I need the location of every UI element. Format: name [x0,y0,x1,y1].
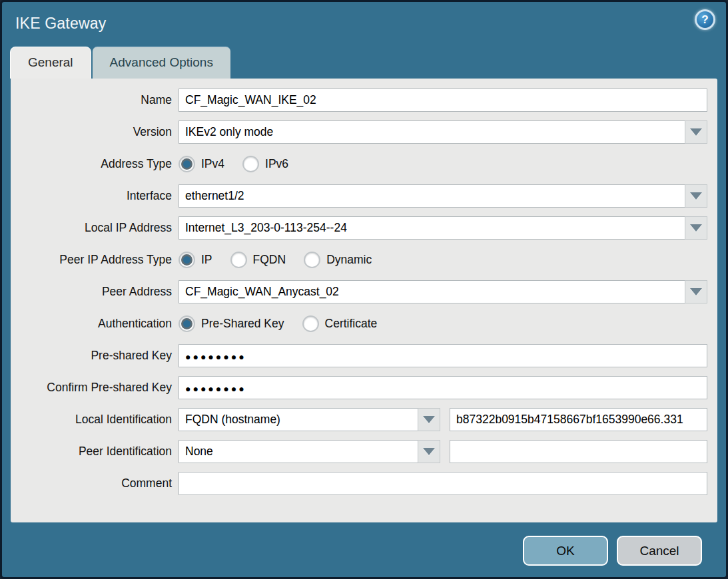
ipv4-radio-label: IPv4 [201,157,224,171]
peer-identification-label: Peer Identification [11,445,179,459]
peer-ip-type-fqdn-option[interactable]: FQDN [230,252,286,268]
name-label: Name [11,93,179,107]
peer-address-value[interactable]: CF_Magic_WAN_Anycast_02 [179,280,685,303]
name-input[interactable]: CF_Magic_WAN_IKE_02 [179,89,707,112]
row-interface: Interface ethernet1/2 [11,184,717,208]
local-ip-address-value[interactable]: Internet_L3_203-0-113-254--24 [179,216,685,240]
chevron-down-icon [423,448,435,455]
row-confirm-pre-shared-key: Confirm Pre-shared Key ●●●●●●●● [11,376,717,399]
peer-ip-type-dynamic-option[interactable]: Dynamic [304,252,372,268]
authentication-label: Authentication [11,317,179,331]
peer-address-dropdown-button[interactable] [685,280,707,303]
chevron-down-icon [690,288,702,295]
row-address-type: Address Type IPv4 IPv6 [11,152,717,176]
auth-certificate-option[interactable]: Certificate [302,315,378,332]
local-identification-type-value[interactable]: FQDN (hostname) [179,408,418,431]
local-ip-address-label: Local IP Address [11,221,179,235]
dialog-footer: OK Cancel [2,522,726,579]
address-type-ipv6-option[interactable]: IPv6 [242,156,288,172]
version-dropdown[interactable]: IKEv2 only mode [179,120,707,144]
confirm-pre-shared-key-input[interactable]: ●●●●●●●● [179,376,707,399]
row-local-identification: Local Identification FQDN (hostname) b87… [11,408,717,431]
chevron-down-icon [690,128,702,136]
chevron-down-icon [423,416,435,423]
interface-dropdown-button[interactable] [685,184,707,208]
peer-identification-type-dropdown[interactable]: None [179,440,440,463]
peer-ip-address-type-label: Peer IP Address Type [11,253,179,267]
local-identification-value-input[interactable]: b87322b0915b47158667bf1653990e66.331 [450,408,707,431]
ipv6-radio-label: IPv6 [265,157,288,171]
row-name: Name CF_Magic_WAN_IKE_02 [11,89,717,112]
version-dropdown-button[interactable] [685,120,707,144]
pre-shared-key-radio-label: Pre-Shared Key [201,317,284,331]
interface-value[interactable]: ethernet1/2 [179,184,685,208]
auth-pre-shared-key-option[interactable]: Pre-Shared Key [179,315,284,332]
peer-address-label: Peer Address [11,285,179,299]
version-label: Version [11,125,179,139]
local-ip-address-dropdown-button[interactable] [685,216,707,240]
certificate-radio[interactable] [302,315,319,332]
dynamic-radio-label: Dynamic [326,253,372,267]
ip-radio-label: IP [201,253,212,267]
local-identification-dropdown-button[interactable] [418,408,440,431]
comment-input[interactable] [179,472,707,495]
pre-shared-key-label: Pre-shared Key [11,349,179,363]
interface-dropdown[interactable]: ethernet1/2 [179,184,707,208]
pre-shared-key-input[interactable]: ●●●●●●●● [179,344,707,367]
certificate-radio-label: Certificate [325,317,378,331]
row-authentication: Authentication Pre-Shared Key Certificat… [11,312,717,335]
peer-address-dropdown[interactable]: CF_Magic_WAN_Anycast_02 [179,280,707,303]
chevron-down-icon [690,224,702,232]
help-icon[interactable]: ? [695,9,715,30]
row-version: Version IKEv2 only mode [11,120,717,144]
tab-bar: General Advanced Options [2,45,726,79]
interface-label: Interface [11,189,179,203]
local-identification-label: Local Identification [11,413,179,427]
fqdn-radio[interactable] [230,252,247,268]
confirm-pre-shared-key-label: Confirm Pre-shared Key [11,381,179,395]
fqdn-radio-label: FQDN [253,253,286,267]
dialog-titlebar: IKE Gateway ? [2,2,726,45]
row-peer-address: Peer Address CF_Magic_WAN_Anycast_02 [11,280,717,303]
chevron-down-icon [690,192,702,200]
peer-identification-type-value[interactable]: None [179,440,418,463]
cancel-button[interactable]: Cancel [617,536,702,566]
pre-shared-key-radio[interactable] [179,315,195,332]
general-tab-panel: Name CF_Magic_WAN_IKE_02 Version IKEv2 o… [11,79,717,522]
ipv4-radio[interactable] [179,156,195,172]
ipv6-radio[interactable] [242,156,259,172]
peer-identification-dropdown-button[interactable] [418,440,440,463]
ike-gateway-dialog: IKE Gateway ? General Advanced Options N… [0,0,728,579]
local-identification-type-dropdown[interactable]: FQDN (hostname) [179,408,440,431]
tab-general[interactable]: General [11,47,91,79]
version-value[interactable]: IKEv2 only mode [179,120,685,144]
address-type-label: Address Type [11,157,179,171]
peer-identification-value-input[interactable] [450,440,707,463]
row-peer-ip-address-type: Peer IP Address Type IP FQDN Dynamic [11,248,717,272]
address-type-ipv4-option[interactable]: IPv4 [179,156,224,172]
row-peer-identification: Peer Identification None [11,440,717,463]
row-pre-shared-key: Pre-shared Key ●●●●●●●● [11,344,717,367]
tab-advanced-options[interactable]: Advanced Options [93,47,230,79]
comment-label: Comment [11,477,179,490]
dynamic-radio[interactable] [304,252,320,268]
local-ip-address-dropdown[interactable]: Internet_L3_203-0-113-254--24 [179,216,707,240]
ip-radio[interactable] [179,252,195,268]
ok-button[interactable]: OK [523,536,608,566]
row-local-ip-address: Local IP Address Internet_L3_203-0-113-2… [11,216,717,240]
peer-ip-type-ip-option[interactable]: IP [179,252,212,268]
row-comment: Comment [11,472,717,495]
dialog-title: IKE Gateway [15,15,106,33]
